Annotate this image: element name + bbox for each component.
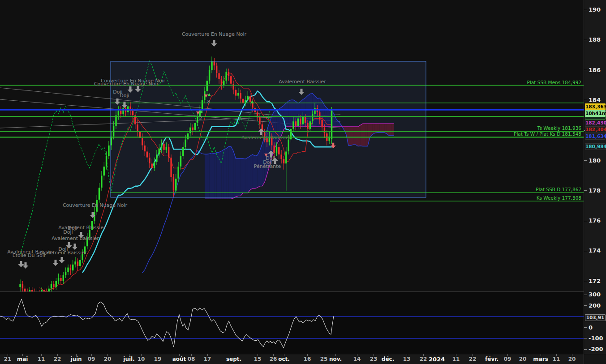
price-tick-mark bbox=[584, 281, 587, 281]
svg-text:Couverture En Nuage Noir: Couverture En Nuage Noir bbox=[182, 31, 247, 37]
price-tick-mark bbox=[584, 10, 587, 10]
time-tick-label: 11 bbox=[452, 356, 460, 362]
time-tick-label: août bbox=[172, 356, 186, 362]
time-tick-label: 25 bbox=[320, 356, 328, 362]
pattern-down-arrow-icon bbox=[59, 257, 65, 263]
price-tick-label: 172 bbox=[589, 278, 601, 284]
osc-tick-mark bbox=[584, 349, 587, 350]
time-tick-label: 2024 bbox=[429, 356, 445, 363]
time-tick-label: oct. bbox=[278, 356, 290, 362]
price-tag: 182,304 bbox=[585, 126, 606, 133]
price-tick-label: 174 bbox=[589, 247, 601, 254]
pattern-down-arrow-icon bbox=[53, 260, 59, 266]
time-tick-label: 09 bbox=[504, 356, 511, 362]
osc-tick-label: 0 bbox=[589, 324, 593, 331]
price-tag: 183,363 bbox=[585, 103, 606, 110]
time-tick-label: déc. bbox=[382, 356, 394, 362]
time-tick-label: 22 bbox=[54, 356, 61, 362]
price-tick-mark bbox=[584, 70, 587, 70]
osc-tick-label: 200 bbox=[589, 302, 601, 309]
svg-text:Ts Weekly 181,936: Ts Weekly 181,936 bbox=[537, 125, 581, 131]
time-tick-label: 21 bbox=[4, 356, 12, 362]
price-tick-label: 178 bbox=[589, 187, 601, 194]
price-tick-label: 190 bbox=[589, 6, 601, 13]
osc-tick-mark bbox=[584, 338, 587, 338]
svg-text:Plat SSB D 177,867: Plat SSB D 177,867 bbox=[536, 187, 581, 192]
time-tick-label: 20 bbox=[568, 356, 576, 362]
svg-text:Plat Ts W / Plat Ks D 181,548: Plat Ts W / Plat Ks D 181,548 bbox=[514, 131, 581, 137]
time-tick-label: 22 bbox=[420, 356, 427, 362]
time-tick-label: 13 bbox=[403, 356, 411, 362]
svg-text:Avalement Haussier: Avalement Haussier bbox=[241, 135, 291, 141]
time-tick-label: mai bbox=[17, 356, 28, 362]
pattern-down-arrow-icon bbox=[72, 244, 78, 250]
time-tick-label: 11 bbox=[553, 356, 560, 362]
svg-text:Couverture En Nuage Noir: Couverture En Nuage Noir bbox=[94, 81, 159, 87]
time-tick-label: 19 bbox=[154, 356, 162, 362]
osc-tick-mark bbox=[584, 327, 587, 328]
price-tag: 10h41m bbox=[585, 110, 606, 117]
oscillator-panel[interactable] bbox=[0, 291, 584, 354]
time-tick-label: sept. bbox=[226, 356, 241, 362]
time-axis[interactable]: 21mai1122juin0920juil.1019août0817sept.1… bbox=[0, 354, 584, 364]
oscillator-line bbox=[0, 299, 334, 348]
time-tick-label: 08 bbox=[188, 356, 195, 362]
pattern-down-arrow-icon bbox=[23, 262, 29, 269]
price-tick-mark bbox=[584, 251, 587, 251]
svg-text:Couverture En Nuage Noir: Couverture En Nuage Noir bbox=[63, 202, 128, 208]
svg-text:Avalement Baissier: Avalement Baissier bbox=[279, 79, 326, 85]
axis-corner bbox=[584, 354, 606, 364]
trading-chart-window: Plat SSB Mens 184,992Ts Weekly 181,936Pl… bbox=[0, 0, 606, 364]
svg-text:Avalement Baissier: Avalement Baissier bbox=[52, 236, 99, 241]
time-tick-label: mars bbox=[533, 356, 548, 362]
osc-tick-label: -200 bbox=[589, 346, 603, 352]
time-tick-label: nov. bbox=[329, 356, 342, 362]
time-tick-label: juin bbox=[70, 356, 82, 362]
price-tick-mark bbox=[584, 100, 587, 100]
time-tick-label: 10 bbox=[138, 356, 145, 362]
time-tick-label: 17 bbox=[204, 356, 211, 362]
time-tick-label: juil. bbox=[123, 356, 134, 362]
price-tick-mark bbox=[584, 160, 587, 161]
price-tag: 182,430 bbox=[585, 120, 606, 126]
svg-text:8: 8 bbox=[207, 99, 211, 105]
price-tick-label: 186 bbox=[589, 67, 601, 73]
price-axis[interactable]: 1901881861841821801781761741723002000-10… bbox=[584, 0, 606, 354]
price-tick-label: 180 bbox=[589, 157, 601, 164]
svg-text:Pénétrante: Pénétrante bbox=[254, 163, 281, 169]
osc-value-tag: 103,91 bbox=[585, 314, 606, 321]
price-tick-label: 184 bbox=[589, 97, 601, 103]
time-tick-label: 11 bbox=[38, 356, 45, 362]
time-tick-label: 14 bbox=[353, 356, 361, 362]
svg-text:Plat SSB Mens 184,992: Plat SSB Mens 184,992 bbox=[527, 80, 581, 85]
time-tick-label: 16 bbox=[304, 356, 311, 362]
svg-text:Etoile Du Soir: Etoile Du Soir bbox=[13, 253, 46, 258]
time-tick-label: 20 bbox=[519, 356, 527, 362]
osc-tick-mark bbox=[584, 295, 587, 295]
pattern-down-arrow-icon bbox=[18, 261, 24, 267]
pattern-down-arrow-icon bbox=[211, 40, 217, 47]
osc-tick-mark bbox=[584, 305, 587, 306]
time-tick-label: 09 bbox=[88, 356, 95, 362]
time-tick-label: 23 bbox=[370, 356, 378, 362]
price-tick-mark bbox=[584, 221, 587, 221]
price-tick-mark bbox=[584, 40, 587, 40]
svg-text:Doji: Doji bbox=[120, 93, 129, 98]
main-price-chart[interactable]: Plat SSB Mens 184,992Ts Weekly 181,936Pl… bbox=[0, 0, 584, 291]
time-tick-label: 15 bbox=[254, 356, 262, 362]
price-tick-label: 176 bbox=[589, 217, 601, 224]
price-tag: 180,984 bbox=[585, 143, 606, 150]
svg-text:Ks Weekly 177,308: Ks Weekly 177,308 bbox=[537, 195, 581, 201]
time-tick-label: 22 bbox=[469, 356, 477, 362]
time-tick-label: 20 bbox=[104, 356, 112, 362]
osc-tick-label: -100 bbox=[589, 335, 603, 342]
price-tag: 181,634 bbox=[585, 133, 606, 140]
time-tick-label: 26 bbox=[270, 356, 277, 362]
price-tick-label: 188 bbox=[589, 36, 601, 43]
price-tick-mark bbox=[584, 190, 587, 191]
svg-text:Doji: Doji bbox=[63, 229, 73, 235]
time-tick-label: févr. bbox=[485, 356, 499, 362]
svg-text:2: 2 bbox=[199, 116, 202, 121]
osc-tick-label: 300 bbox=[589, 291, 601, 298]
